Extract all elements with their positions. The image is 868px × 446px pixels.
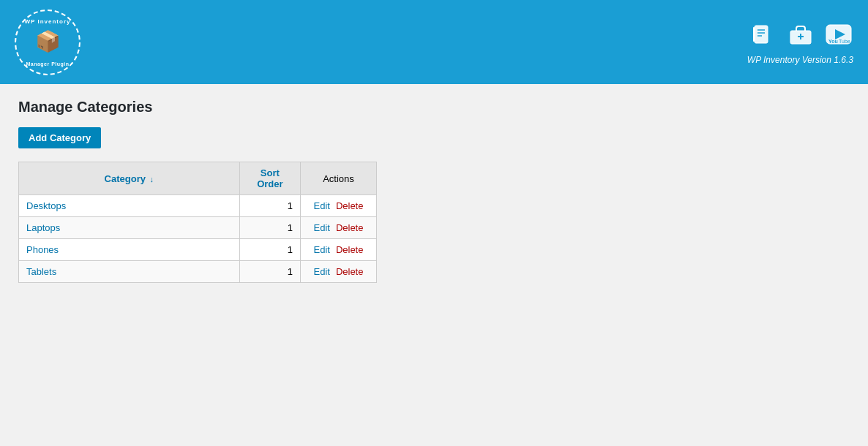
- table-row: Tablets1EditDelete: [19, 261, 377, 283]
- sort-order-cell: 1: [239, 261, 300, 283]
- sort-order-sort-link[interactable]: Sort Order: [257, 167, 283, 189]
- logo-text-top: WP Inventory: [25, 18, 71, 25]
- category-name-cell: Tablets: [19, 261, 240, 283]
- delete-link[interactable]: Delete: [336, 244, 364, 255]
- svg-text:You: You: [828, 39, 838, 44]
- logo: WP Inventory 📦 Manager Plugin: [15, 10, 81, 75]
- edit-link[interactable]: Edit: [313, 244, 329, 255]
- categories-table: Category ↓ Sort Order Actions Desktops1E…: [18, 162, 377, 283]
- header: WP Inventory 📦 Manager Plugin: [0, 0, 868, 84]
- table-row: Desktops1EditDelete: [19, 195, 377, 217]
- category-name-cell: Laptops: [19, 217, 240, 239]
- logo-box-icon: 📦: [35, 29, 61, 53]
- table-row: Phones1EditDelete: [19, 239, 377, 261]
- header-right: You Tube WP Inventory Version 1.6.3: [747, 20, 853, 65]
- sort-order-column-header: Sort Order: [239, 162, 300, 195]
- sort-order-cell: 1: [239, 217, 300, 239]
- category-name-cell: Desktops: [19, 195, 240, 217]
- table-row: Laptops1EditDelete: [19, 217, 377, 239]
- sort-order-cell: 1: [239, 239, 300, 261]
- sort-order-cell: 1: [239, 195, 300, 217]
- category-link[interactable]: Tablets: [26, 266, 56, 277]
- category-link[interactable]: Phones: [26, 244, 59, 255]
- category-link[interactable]: Laptops: [26, 222, 60, 233]
- docs-icon[interactable]: [748, 20, 777, 49]
- main-content: Manage Categories Add Category Category …: [0, 84, 868, 298]
- delete-link[interactable]: Delete: [336, 266, 364, 277]
- svg-text:Tube: Tube: [839, 39, 850, 44]
- edit-link[interactable]: Edit: [313, 222, 329, 233]
- support-icon[interactable]: [786, 20, 815, 49]
- actions-cell: EditDelete: [300, 261, 376, 283]
- category-column-header: Category ↓: [19, 162, 240, 195]
- svg-rect-0: [755, 26, 768, 43]
- actions-column-header: Actions: [300, 162, 376, 195]
- actions-cell: EditDelete: [300, 217, 376, 239]
- add-category-button[interactable]: Add Category: [18, 127, 101, 148]
- actions-cell: EditDelete: [300, 239, 376, 261]
- svg-rect-5: [753, 27, 755, 42]
- category-name-cell: Phones: [19, 239, 240, 261]
- category-sort-link[interactable]: Category ↓: [105, 173, 154, 184]
- edit-link[interactable]: Edit: [313, 200, 329, 211]
- delete-link[interactable]: Delete: [336, 200, 364, 211]
- sort-arrow-icon: ↓: [150, 175, 154, 184]
- logo-text-bottom: Manager Plugin: [26, 61, 69, 67]
- header-icons: You Tube: [748, 20, 853, 49]
- version-text: WP Inventory Version 1.6.3: [747, 55, 853, 65]
- youtube-icon[interactable]: You Tube: [824, 20, 853, 49]
- logo-circle: WP Inventory 📦 Manager Plugin: [15, 10, 81, 75]
- edit-link[interactable]: Edit: [313, 266, 329, 277]
- category-link[interactable]: Desktops: [26, 200, 66, 211]
- delete-link[interactable]: Delete: [336, 222, 364, 233]
- page-title: Manage Categories: [18, 99, 850, 116]
- actions-cell: EditDelete: [300, 195, 376, 217]
